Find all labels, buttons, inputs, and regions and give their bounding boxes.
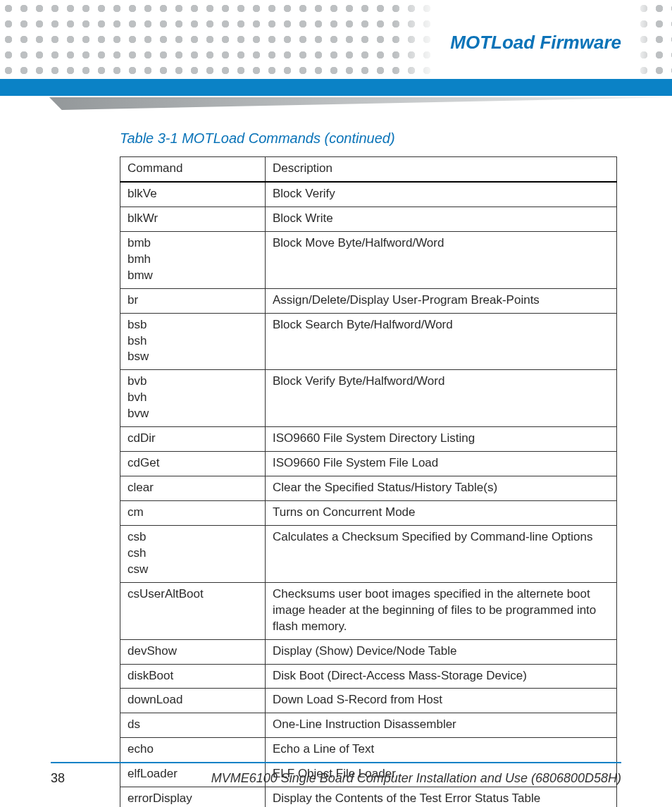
- command-name: bvw: [127, 406, 258, 422]
- command-name: bvh: [127, 390, 258, 406]
- command-cell: csUserAltBoot: [120, 582, 266, 639]
- command-cell: echo: [120, 738, 266, 763]
- table-row: blkVeBlock Verify: [120, 182, 617, 207]
- command-cell: downLoad: [120, 689, 266, 713]
- table-row: devShowDisplay (Show) Device/Node Table: [120, 639, 617, 664]
- command-name: echo: [127, 741, 258, 758]
- description-cell: One-Line Instruction Disassembler: [266, 713, 617, 738]
- commands-table: Command Description blkVeBlock Verifyblk…: [120, 156, 617, 807]
- table-header-row: Command Description: [120, 157, 617, 182]
- description-cell: Block Search Byte/Halfword/Word: [266, 313, 617, 370]
- description-cell: ISO9660 File System Directory Listing: [266, 427, 617, 452]
- page-number: 38: [51, 771, 65, 786]
- description-cell: Calculates a Checksum Specified by Comma…: [266, 525, 617, 582]
- command-name: cdGet: [127, 455, 258, 472]
- table-row: blkWrBlock Write: [120, 207, 617, 231]
- command-cell: clear: [120, 476, 266, 501]
- command-name: bvb: [127, 374, 258, 390]
- command-cell: blkVe: [120, 182, 266, 207]
- command-cell: devShow: [120, 639, 266, 664]
- command-name: br: [127, 292, 258, 309]
- page-footer: 38 MVME6100 Single Board Computer Instal…: [51, 771, 621, 786]
- command-name: bsw: [127, 349, 258, 365]
- table-row: diskBootDisk Boot (Direct-Access Mass-St…: [120, 664, 617, 689]
- command-cell: cdDir: [120, 427, 266, 452]
- command-name: csw: [127, 562, 258, 578]
- command-cell: br: [120, 288, 266, 313]
- command-cell: diskBoot: [120, 664, 266, 689]
- command-name: errorDisplay: [127, 791, 258, 807]
- header-blue-bar: [0, 79, 672, 96]
- table-caption: Table 3-1 MOTLoad Commands (continued): [120, 130, 617, 147]
- command-name: csb: [127, 529, 258, 546]
- command-name: clear: [127, 480, 258, 496]
- chapter-title: MOTLoad Firmware: [446, 32, 626, 54]
- table-row: clearClear the Specified Status/History …: [120, 476, 617, 501]
- table-row: csbcshcswCalculates a Checksum Specified…: [120, 525, 617, 582]
- header-grey-wedge: [49, 97, 672, 110]
- description-cell: Checksums user boot images specified in …: [266, 582, 617, 639]
- command-cell: bmbbmhbmw: [120, 231, 266, 288]
- command-cell: errorDisplay: [120, 787, 266, 807]
- description-cell: Clear the Specified Status/History Table…: [266, 476, 617, 501]
- table-row: brAssign/Delete/Display User-Program Bre…: [120, 288, 617, 313]
- command-cell: bsbbshbsw: [120, 313, 266, 370]
- command-name: bmh: [127, 252, 258, 268]
- command-cell: cm: [120, 501, 266, 526]
- command-name: bmb: [127, 235, 258, 252]
- description-cell: Block Write: [266, 207, 617, 231]
- command-cell: blkWr: [120, 207, 266, 231]
- table-row: bmbbmhbmwBlock Move Byte/Halfword/Word: [120, 231, 617, 288]
- table-head-description: Description: [266, 157, 617, 182]
- command-name: diskBoot: [127, 668, 258, 684]
- table-head-command: Command: [120, 157, 266, 182]
- description-cell: Block Verify Byte/Halfword/Word: [266, 370, 617, 427]
- table-row: cdDirISO9660 File System Directory Listi…: [120, 427, 617, 452]
- table-row: echoEcho a Line of Text: [120, 738, 617, 763]
- command-cell: csbcshcsw: [120, 525, 266, 582]
- doc-title: MVME6100 Single Board Computer Installat…: [211, 771, 621, 786]
- command-cell: cdGet: [120, 452, 266, 476]
- command-name: downLoad: [127, 692, 258, 708]
- table-row: bvbbvhbvwBlock Verify Byte/Halfword/Word: [120, 370, 617, 427]
- table-row: bsbbshbswBlock Search Byte/Halfword/Word: [120, 313, 617, 370]
- table-row: csUserAltBootChecksums user boot images …: [120, 582, 617, 639]
- command-name: cm: [127, 505, 258, 521]
- footer-rule: [51, 762, 621, 763]
- command-name: devShow: [127, 643, 258, 660]
- table-row: dsOne-Line Instruction Disassembler: [120, 713, 617, 738]
- command-name: bmw: [127, 268, 258, 284]
- command-name: blkWr: [127, 211, 258, 227]
- description-cell: Down Load S-Record from Host: [266, 689, 617, 713]
- table-row: cmTurns on Concurrent Mode: [120, 501, 617, 526]
- command-name: blkVe: [127, 186, 258, 202]
- description-cell: Turns on Concurrent Mode: [266, 501, 617, 526]
- description-cell: Display (Show) Device/Node Table: [266, 639, 617, 664]
- description-cell: Block Move Byte/Halfword/Word: [266, 231, 617, 288]
- command-name: ds: [127, 717, 258, 733]
- description-cell: Echo a Line of Text: [266, 738, 617, 763]
- description-cell: Display the Contents of the Test Error S…: [266, 787, 617, 807]
- description-cell: Assign/Delete/Display User-Program Break…: [266, 288, 617, 313]
- command-cell: ds: [120, 713, 266, 738]
- table-row: downLoadDown Load S-Record from Host: [120, 689, 617, 713]
- command-name: bsh: [127, 333, 258, 350]
- table-row: cdGetISO9660 File System File Load: [120, 452, 617, 476]
- description-cell: ISO9660 File System File Load: [266, 452, 617, 476]
- command-name: csUserAltBoot: [127, 586, 258, 603]
- command-name: cdDir: [127, 431, 258, 447]
- description-cell: Block Verify: [266, 182, 617, 207]
- description-cell: Disk Boot (Direct-Access Mass-Storage De…: [266, 664, 617, 689]
- command-name: csh: [127, 546, 258, 562]
- command-cell: bvbbvhbvw: [120, 370, 266, 427]
- command-name: bsb: [127, 317, 258, 333]
- table-row: errorDisplayDisplay the Contents of the …: [120, 787, 617, 807]
